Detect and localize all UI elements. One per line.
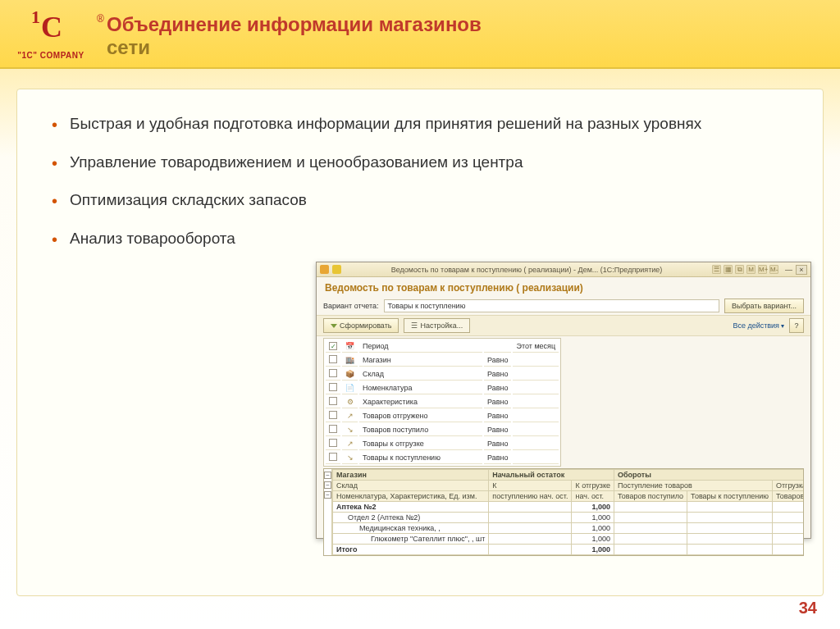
filter-operator: Равно [484, 410, 511, 422]
filter-grid: ✓📅ПериодЭтот месяц🏬МагазинРавно📦СкладРав… [323, 338, 561, 467]
filter-row[interactable]: 📦СкладРавно [326, 368, 559, 381]
filter-row[interactable]: ↘Товаров поступилоРавно [326, 424, 559, 436]
filter-operator: Равно [484, 438, 511, 450]
filter-name: Товары к отгрузке [359, 438, 482, 450]
filter-row[interactable]: ⚙ХарактеристикаРавно [326, 396, 559, 408]
row-label: Глюкометр "Сателлит плюс", , шт [333, 534, 489, 545]
row-value: 1,000 [572, 545, 614, 555]
filter-value[interactable] [513, 354, 559, 367]
content-panel: Быстрая и удобная подготовка информации … [16, 89, 824, 596]
bullet-item: Оптимизация складских запасов [47, 190, 793, 211]
filter-row[interactable]: 📄НоменклатураРавно [326, 382, 559, 394]
collapse-node-icon[interactable]: − [324, 472, 331, 479]
col-ship: Отгрузка товаров [773, 481, 805, 491]
settings-button[interactable]: ☰ Настройка... [404, 318, 470, 333]
slide-title: Объединение информации магазинов сети [107, 13, 824, 58]
col-to-receive: Товары к поступлению [687, 491, 773, 502]
tool-icon[interactable]: ⧉ [735, 265, 744, 274]
filter-type-icon: ⚙ [342, 396, 358, 408]
title-line2: сети [107, 36, 150, 58]
app-titlebar: Ведомость по товарам к поступлению ( реа… [317, 262, 810, 277]
filter-value[interactable] [513, 438, 559, 450]
checkbox-icon[interactable] [329, 453, 337, 461]
filter-operator: Равно [484, 368, 511, 381]
app-icon [320, 265, 329, 274]
col-k: К [489, 481, 572, 491]
filter-type-icon: 📄 [342, 382, 358, 394]
col-k-ship: К отгрузке [572, 481, 614, 491]
filter-row[interactable]: ✓📅ПериодЭтот месяц [326, 340, 559, 353]
row-value: 1,000 [572, 534, 614, 545]
row-label: Медицинская техника, , [333, 523, 489, 534]
row-label: Итого [333, 545, 489, 555]
filter-type-icon: 📅 [342, 340, 358, 353]
tool-icon[interactable]: ☰ [712, 265, 721, 274]
choose-variant-button[interactable]: Выбрать вариант... [724, 299, 804, 313]
filter-value[interactable] [513, 424, 559, 436]
filter-type-icon: 🏬 [342, 354, 358, 367]
col-nomen: Номенклатура, Характеристика, Ед. изм. [333, 491, 489, 502]
filter-row[interactable]: ↗Товаров отгруженоРавно [326, 410, 559, 422]
help-button[interactable]: ? [789, 318, 804, 333]
variant-value: Товары к поступлению [388, 302, 466, 310]
checkbox-icon[interactable] [329, 369, 337, 377]
slide-header: 1 C ® "1C" COMPANY Объединение информаци… [0, 0, 840, 69]
filter-name: Период [359, 340, 482, 353]
filter-type-icon: 📦 [342, 368, 358, 381]
row-label: Аптека №2 [333, 502, 489, 513]
report-row: Медицинская техника, ,1,000 [333, 523, 805, 534]
settings-icon: ☰ [411, 321, 418, 330]
variant-field[interactable]: Товары к поступлению [384, 299, 719, 312]
collapse-node-icon[interactable]: − [324, 481, 331, 489]
row-label: Отдел 2 (Аптека №2) [333, 513, 489, 523]
close-icon[interactable]: × [796, 265, 807, 275]
colgroup-initial: Начальный остаток [489, 470, 614, 481]
filter-row[interactable]: ↘Товары к поступлениюРавно [326, 452, 559, 464]
tool-icon[interactable]: ▦ [724, 265, 733, 274]
tool-m-plus-icon[interactable]: M+ [758, 265, 767, 274]
filter-value[interactable] [513, 382, 559, 394]
report-grid: Магазин Начальный остаток Обороты К Скла… [332, 469, 804, 555]
checkbox-icon[interactable] [329, 439, 337, 447]
filter-value[interactable] [513, 396, 559, 408]
filter-value[interactable] [513, 410, 559, 422]
collapse-node-icon[interactable]: − [324, 491, 331, 499]
outline-column: − − − [324, 469, 332, 555]
filter-type-icon: ↘ [342, 452, 358, 464]
checkbox-icon[interactable] [329, 397, 337, 405]
bullet-item: Анализ товарооборота [47, 229, 793, 249]
company-logo: 1 C ® "1C" COMPANY [8, 5, 94, 69]
checkbox-icon[interactable]: ✓ [329, 342, 337, 350]
bullet-item: Быстрая и удобная подготовка информации … [47, 114, 793, 134]
checkbox-icon[interactable] [329, 425, 337, 433]
generate-button[interactable]: Сформировать [323, 318, 399, 333]
play-icon [331, 324, 337, 328]
tool-m-icon[interactable]: M [746, 265, 756, 274]
embedded-app-window: Ведомость по товарам к поступлению ( реа… [316, 262, 811, 539]
filter-name: Товаров поступило [359, 424, 482, 436]
report-row: Отдел 2 (Аптека №2)1,000 [333, 513, 805, 523]
tool-m-minus-icon[interactable]: M- [769, 265, 778, 274]
filter-value[interactable] [513, 452, 559, 464]
col-sklad: Склад [333, 481, 489, 491]
filter-value[interactable]: Этот месяц [513, 340, 559, 353]
filter-operator: Равно [484, 452, 511, 464]
title-line1: Объединение информации магазинов [107, 13, 482, 35]
filter-row[interactable]: 🏬МагазинРавно [326, 354, 559, 367]
checkbox-icon[interactable] [329, 411, 337, 419]
favorite-icon[interactable] [332, 265, 341, 274]
checkbox-icon[interactable] [329, 355, 337, 363]
chevron-down-icon: ▾ [781, 322, 784, 330]
filter-name: Товары к поступлению [359, 452, 482, 464]
col-receipt: Поступление товаров [614, 481, 772, 491]
filter-value[interactable] [513, 368, 559, 381]
col-shipped: Товаров отгружено [773, 491, 805, 502]
col-init: нач. ост. [572, 491, 614, 502]
filter-row[interactable]: ↗Товары к отгрузкеРавно [326, 438, 559, 450]
all-actions-link[interactable]: Все действия ▾ [733, 321, 784, 330]
checkbox-icon[interactable] [329, 383, 337, 391]
minimize-icon[interactable]: — [785, 266, 792, 274]
variant-label: Вариант отчета: [323, 302, 379, 310]
filter-type-icon: ↘ [342, 424, 358, 436]
variant-row: Вариант отчета: Товары к поступлению Выб… [317, 297, 810, 315]
